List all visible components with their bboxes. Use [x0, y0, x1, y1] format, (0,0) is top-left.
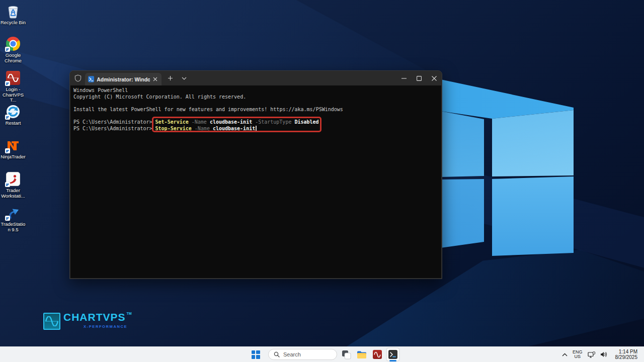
file-explorer-icon	[357, 350, 367, 359]
tray-volume[interactable]	[598, 350, 610, 359]
taskbar-app-chartvps[interactable]	[371, 348, 384, 361]
region-code: US	[573, 354, 583, 359]
taskbar-app-file-explorer[interactable]	[355, 348, 368, 361]
parameter-token: -Name	[195, 126, 210, 131]
tab-title: Administrator: Windows Pow	[97, 76, 150, 82]
shortcut-arrow-icon	[5, 115, 10, 120]
desktop-icon-google-chrome[interactable]: Google Chrome	[0, 36, 26, 63]
search-placeholder: Search	[283, 351, 301, 357]
argument-token: cloudbase-init	[210, 119, 252, 125]
command-token: Set-Service	[155, 119, 189, 125]
network-ethernet-icon	[588, 351, 595, 358]
desktop-icon-tradestation[interactable]: TradeStation 9.5	[0, 205, 26, 232]
chartvps-logo-icon	[43, 313, 60, 330]
tray-language-indicator[interactable]: ENG US	[570, 348, 585, 361]
parameter-token: -StartupType	[255, 119, 291, 125]
terminal-taskbar-icon	[388, 350, 397, 359]
desktop-icon-login-chartvps[interactable]: Login - ChartVPS T...	[0, 70, 26, 103]
desktop-icon-label: Restart	[0, 121, 26, 126]
powershell-icon	[88, 76, 94, 82]
prompt: PS C:\Users\Administrator>	[73, 119, 152, 125]
windows-start-icon	[252, 350, 260, 359]
start-button[interactable]	[249, 348, 263, 361]
shortcut-arrow-icon	[5, 182, 10, 187]
chartvps-watermark: CHARTVPS TM X-PERFORMANCE	[43, 311, 132, 330]
clock-date: 8/29/2025	[615, 354, 638, 360]
terminal-line: Windows PowerShell	[73, 87, 441, 94]
desktop-icon-recycle-bin[interactable]: Recycle Bin	[0, 3, 26, 26]
terminal-window: Administrator: Windows Pow Windows Power…	[69, 70, 442, 279]
desktop-icon-label: TradeStation 9.5	[0, 222, 26, 232]
watermark-brand: CHARTVPS	[63, 311, 126, 324]
desktop-icon-ninjatrader[interactable]: NinjaTrader	[0, 137, 26, 160]
desktop-icon-label: NinjaTrader	[0, 154, 26, 160]
close-button[interactable]	[427, 71, 442, 85]
task-view-icon	[342, 350, 351, 359]
terminal-command-line-1: PS C:\Users\Administrator>Set-Service-Na…	[73, 119, 441, 126]
desktop-icon-trader-workstation[interactable]: Trader Workstati...	[0, 171, 26, 199]
prompt: PS C:\Users\Administrator>	[73, 126, 152, 131]
minimize-button[interactable]	[396, 71, 412, 85]
shortcut-arrow-icon	[5, 47, 10, 52]
terminal-line: Install the latest PowerShell for new fe…	[73, 107, 441, 113]
chevron-up-icon	[562, 353, 568, 356]
speaker-icon	[600, 351, 607, 357]
argument-token: Disabled	[294, 119, 318, 125]
desktop-icon-label: Login - ChartVPS T...	[0, 87, 26, 103]
admin-shield-icon	[74, 74, 82, 82]
desktop-icon-label: Trader Workstati...	[0, 188, 26, 199]
taskbar-app-task-view[interactable]	[340, 348, 353, 361]
new-tab-button[interactable]	[165, 73, 176, 84]
system-tray: ENG US 1:14 PM 8/29/2025	[559, 347, 640, 362]
command-token: Stop-Service	[155, 126, 192, 131]
tab-close-icon[interactable]	[152, 76, 158, 82]
taskbar-center: Search	[249, 347, 399, 362]
desktop-icon-label: Google Chrome	[0, 53, 26, 63]
terminal-output[interactable]: Windows PowerShell Copyright (C) Microso…	[70, 85, 441, 278]
shortcut-arrow-icon	[5, 216, 10, 221]
taskbar-app-terminal[interactable]	[386, 348, 399, 361]
maximize-button[interactable]	[412, 71, 427, 85]
terminal-tab[interactable]: Administrator: Windows Pow	[85, 73, 162, 85]
terminal-command-line-2: PS C:\Users\Administrator>Stop-Service-N…	[73, 126, 441, 132]
tray-network[interactable]	[585, 350, 598, 359]
desktop-icon-label: Recycle Bin	[0, 20, 26, 26]
shortcut-arrow-icon	[5, 81, 10, 86]
tray-show-hidden-icons[interactable]	[559, 351, 570, 358]
parameter-token: -Name	[192, 119, 207, 125]
tab-dropdown-button[interactable]	[179, 73, 190, 84]
search-box[interactable]: Search	[268, 349, 337, 360]
search-icon	[274, 351, 280, 357]
shortcut-arrow-icon	[5, 148, 10, 153]
chartvps-taskbar-icon	[373, 350, 382, 359]
tray-clock[interactable]: 1:14 PM 8/29/2025	[610, 347, 640, 361]
recycle-bin-icon	[5, 3, 21, 19]
argument-token: cloudbase-init	[213, 126, 255, 131]
watermark-tm: TM	[127, 312, 132, 315]
clock-time: 1:14 PM	[615, 349, 638, 354]
watermark-subtitle: X-PERFORMANCE	[84, 324, 132, 329]
taskbar: Search	[0, 346, 644, 362]
desktop-icon-restart[interactable]: Restart	[0, 104, 26, 126]
terminal-line: Copyright (C) Microsoft Corporation. All…	[73, 94, 441, 101]
text-cursor	[256, 126, 257, 131]
terminal-titlebar: Administrator: Windows Pow	[70, 71, 442, 85]
